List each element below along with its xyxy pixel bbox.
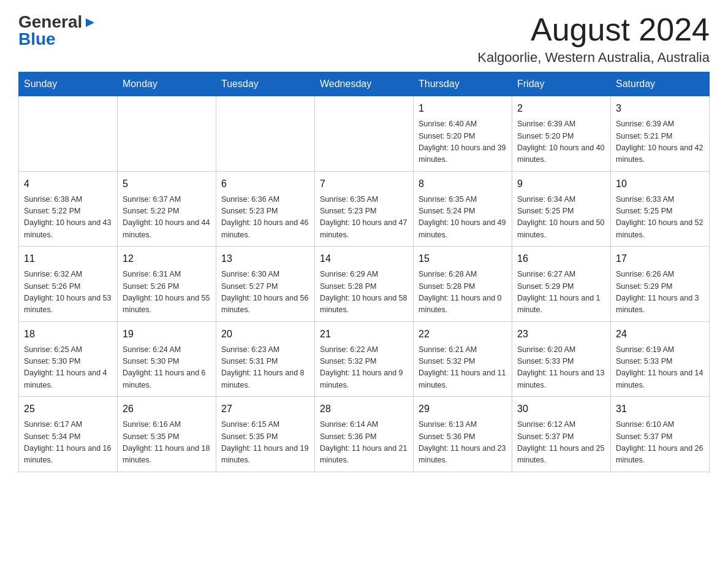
day-number: 26 [123, 402, 211, 416]
calendar-day-cell: 26Sunrise: 6:16 AM Sunset: 5:35 PM Dayli… [118, 397, 216, 472]
logo-triangle-icon [83, 16, 97, 29]
day-number: 6 [221, 177, 309, 191]
day-info: Sunrise: 6:35 AM Sunset: 5:23 PM Dayligh… [320, 194, 408, 242]
calendar-day-cell: 31Sunrise: 6:10 AM Sunset: 5:37 PM Dayli… [611, 397, 710, 472]
day-info: Sunrise: 6:21 AM Sunset: 5:32 PM Dayligh… [419, 344, 507, 392]
day-number: 30 [517, 402, 605, 416]
calendar-day-cell: 28Sunrise: 6:14 AM Sunset: 5:36 PM Dayli… [315, 397, 414, 472]
day-number: 5 [123, 177, 211, 191]
day-info: Sunrise: 6:15 AM Sunset: 5:35 PM Dayligh… [221, 419, 309, 467]
day-number: 22 [419, 327, 507, 342]
day-info: Sunrise: 6:26 AM Sunset: 5:29 PM Dayligh… [616, 269, 704, 316]
day-info: Sunrise: 6:16 AM Sunset: 5:35 PM Dayligh… [123, 419, 211, 467]
day-info: Sunrise: 6:23 AM Sunset: 5:31 PM Dayligh… [221, 344, 309, 392]
calendar-empty-cell [315, 96, 414, 172]
calendar-day-cell: 24Sunrise: 6:19 AM Sunset: 5:33 PM Dayli… [611, 321, 710, 397]
calendar-day-cell: 25Sunrise: 6:17 AM Sunset: 5:34 PM Dayli… [19, 397, 118, 472]
day-info: Sunrise: 6:33 AM Sunset: 5:25 PM Dayligh… [616, 194, 704, 242]
day-number: 13 [221, 251, 309, 266]
calendar-day-cell: 27Sunrise: 6:15 AM Sunset: 5:35 PM Dayli… [216, 397, 315, 472]
day-number: 8 [419, 177, 507, 191]
page-header: General Blue August 2024 Kalgoorlie, Wes… [18, 12, 710, 66]
day-info: Sunrise: 6:22 AM Sunset: 5:32 PM Dayligh… [320, 344, 408, 392]
calendar-day-cell: 29Sunrise: 6:13 AM Sunset: 5:36 PM Dayli… [414, 397, 512, 472]
day-info: Sunrise: 6:38 AM Sunset: 5:22 PM Dayligh… [24, 194, 112, 242]
calendar-day-cell: 21Sunrise: 6:22 AM Sunset: 5:32 PM Dayli… [315, 321, 414, 397]
day-info: Sunrise: 6:29 AM Sunset: 5:28 PM Dayligh… [320, 269, 408, 316]
day-info: Sunrise: 6:10 AM Sunset: 5:37 PM Dayligh… [616, 419, 704, 467]
day-number: 28 [320, 402, 408, 416]
day-number: 15 [419, 251, 507, 266]
weekday-header-sunday: Sunday [19, 72, 118, 96]
logo-blue-text: Blue [18, 29, 56, 49]
calendar-day-cell: 8Sunrise: 6:35 AM Sunset: 5:24 PM Daylig… [414, 171, 512, 247]
day-info: Sunrise: 6:27 AM Sunset: 5:29 PM Dayligh… [517, 269, 605, 316]
logo: General Blue [18, 12, 97, 49]
day-number: 27 [221, 402, 309, 416]
day-number: 16 [517, 251, 605, 266]
calendar-day-cell: 19Sunrise: 6:24 AM Sunset: 5:30 PM Dayli… [118, 321, 216, 397]
day-info: Sunrise: 6:17 AM Sunset: 5:34 PM Dayligh… [24, 419, 112, 467]
weekday-header-monday: Monday [118, 72, 216, 96]
calendar-day-cell: 5Sunrise: 6:37 AM Sunset: 5:22 PM Daylig… [118, 171, 216, 247]
calendar-day-cell: 2Sunrise: 6:39 AM Sunset: 5:20 PM Daylig… [512, 96, 611, 172]
calendar-day-cell: 6Sunrise: 6:36 AM Sunset: 5:23 PM Daylig… [216, 171, 315, 247]
day-info: Sunrise: 6:39 AM Sunset: 5:20 PM Dayligh… [517, 118, 605, 166]
day-info: Sunrise: 6:28 AM Sunset: 5:28 PM Dayligh… [419, 269, 507, 316]
day-info: Sunrise: 6:30 AM Sunset: 5:27 PM Dayligh… [221, 269, 309, 316]
weekday-header-tuesday: Tuesday [216, 72, 315, 96]
day-number: 7 [320, 177, 408, 191]
day-info: Sunrise: 6:37 AM Sunset: 5:22 PM Dayligh… [123, 194, 211, 242]
day-number: 20 [221, 327, 309, 342]
day-number: 23 [517, 327, 605, 342]
day-info: Sunrise: 6:12 AM Sunset: 5:37 PM Dayligh… [517, 419, 605, 467]
day-info: Sunrise: 6:19 AM Sunset: 5:33 PM Dayligh… [616, 344, 704, 392]
day-number: 12 [123, 251, 211, 266]
month-title: August 2024 [477, 12, 710, 47]
calendar-day-cell: 9Sunrise: 6:34 AM Sunset: 5:25 PM Daylig… [512, 171, 611, 247]
day-info: Sunrise: 6:35 AM Sunset: 5:24 PM Dayligh… [419, 194, 507, 242]
day-number: 4 [24, 177, 112, 191]
calendar-day-cell: 13Sunrise: 6:30 AM Sunset: 5:27 PM Dayli… [216, 247, 315, 322]
calendar-day-cell: 16Sunrise: 6:27 AM Sunset: 5:29 PM Dayli… [512, 247, 611, 322]
day-info: Sunrise: 6:40 AM Sunset: 5:20 PM Dayligh… [419, 118, 507, 166]
day-number: 25 [24, 402, 112, 416]
calendar-day-cell: 22Sunrise: 6:21 AM Sunset: 5:32 PM Dayli… [414, 321, 512, 397]
calendar-day-cell: 11Sunrise: 6:32 AM Sunset: 5:26 PM Dayli… [19, 247, 118, 322]
day-info: Sunrise: 6:34 AM Sunset: 5:25 PM Dayligh… [517, 194, 605, 242]
svg-marker-0 [86, 18, 94, 27]
calendar-week-row: 18Sunrise: 6:25 AM Sunset: 5:30 PM Dayli… [19, 321, 710, 397]
day-number: 1 [419, 101, 507, 116]
calendar-day-cell: 10Sunrise: 6:33 AM Sunset: 5:25 PM Dayli… [611, 171, 710, 247]
calendar-day-cell: 23Sunrise: 6:20 AM Sunset: 5:33 PM Dayli… [512, 321, 611, 397]
calendar-day-cell: 1Sunrise: 6:40 AM Sunset: 5:20 PM Daylig… [414, 96, 512, 172]
day-info: Sunrise: 6:25 AM Sunset: 5:30 PM Dayligh… [24, 344, 112, 392]
day-info: Sunrise: 6:20 AM Sunset: 5:33 PM Dayligh… [517, 344, 605, 392]
calendar-day-cell: 20Sunrise: 6:23 AM Sunset: 5:31 PM Dayli… [216, 321, 315, 397]
calendar-week-row: 4Sunrise: 6:38 AM Sunset: 5:22 PM Daylig… [19, 171, 710, 247]
day-number: 14 [320, 251, 408, 266]
calendar-week-row: 11Sunrise: 6:32 AM Sunset: 5:26 PM Dayli… [19, 247, 710, 322]
calendar-day-cell: 4Sunrise: 6:38 AM Sunset: 5:22 PM Daylig… [19, 171, 118, 247]
day-number: 24 [616, 327, 704, 342]
calendar-day-cell: 17Sunrise: 6:26 AM Sunset: 5:29 PM Dayli… [611, 247, 710, 322]
calendar-table: SundayMondayTuesdayWednesdayThursdayFrid… [18, 72, 710, 472]
calendar-empty-cell [216, 96, 315, 172]
day-number: 17 [616, 251, 704, 266]
day-info: Sunrise: 6:36 AM Sunset: 5:23 PM Dayligh… [221, 194, 309, 242]
calendar-empty-cell [118, 96, 216, 172]
calendar-day-cell: 12Sunrise: 6:31 AM Sunset: 5:26 PM Dayli… [118, 247, 216, 322]
day-number: 31 [616, 402, 704, 416]
title-area: August 2024 Kalgoorlie, Western Australi… [477, 12, 710, 66]
calendar-day-cell: 18Sunrise: 6:25 AM Sunset: 5:30 PM Dayli… [19, 321, 118, 397]
day-number: 3 [616, 101, 704, 116]
day-number: 9 [517, 177, 605, 191]
calendar-day-cell: 7Sunrise: 6:35 AM Sunset: 5:23 PM Daylig… [315, 171, 414, 247]
day-number: 29 [419, 402, 507, 416]
day-number: 11 [24, 251, 112, 266]
calendar-header-row: SundayMondayTuesdayWednesdayThursdayFrid… [19, 72, 710, 96]
calendar-day-cell: 14Sunrise: 6:29 AM Sunset: 5:28 PM Dayli… [315, 247, 414, 322]
day-number: 19 [123, 327, 211, 342]
calendar-week-row: 25Sunrise: 6:17 AM Sunset: 5:34 PM Dayli… [19, 397, 710, 472]
day-info: Sunrise: 6:39 AM Sunset: 5:21 PM Dayligh… [616, 118, 704, 166]
